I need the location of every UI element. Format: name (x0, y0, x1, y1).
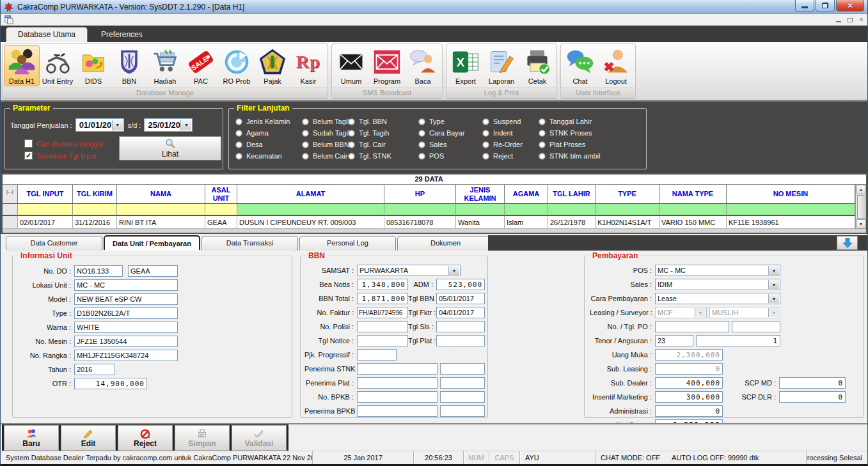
filter-radio-belum-cair[interactable]: Belum Cair (302, 152, 352, 160)
toolbar-item-unit-entry[interactable]: Unit Entry (40, 45, 75, 86)
filter-cell-type[interactable] (596, 204, 659, 216)
column-header-tgl-input[interactable]: TGL INPUT (18, 185, 73, 204)
penerima-plat-date-field[interactable] (440, 377, 485, 389)
filter-radio-sudah-tagih[interactable]: Sudah Tagih (302, 129, 352, 137)
column-header-no-mesin[interactable]: NO MESIN (727, 185, 855, 204)
table-row[interactable]: 02/01/2017 31/12/2016 RINI BT ITA GEAA D… (3, 216, 855, 229)
filter-cell-nama-type[interactable] (659, 204, 727, 216)
no-faktur-field[interactable]: FH/ABI/724596 (357, 307, 408, 318)
minimize-button[interactable] (795, 0, 814, 12)
filter-radio-tanggal-lahir[interactable]: Tanggal Lahir (539, 118, 600, 125)
reject-button[interactable]: Reject (118, 425, 173, 451)
cari-disemua-checkbox[interactable] (24, 139, 33, 148)
scp-md-field[interactable]: 0 (779, 377, 846, 389)
tab-data-customer[interactable]: Data Customer (6, 236, 102, 251)
filter-radio-suspend[interactable]: Suspend (482, 118, 523, 125)
column-header-nama-type[interactable]: NAMA TYPE (659, 185, 727, 204)
lokasi-unit-field[interactable]: MC - MC (74, 279, 178, 291)
filter-radio-stnk-proses[interactable]: STNK Proses (539, 129, 600, 137)
type-field[interactable]: D1B02N26L2A/T (74, 307, 178, 319)
mdi-close-button[interactable]: × (859, 16, 864, 24)
filter-cell-tgl-lahir[interactable] (548, 204, 596, 216)
filter-radio-re-order[interactable]: Re-Order (482, 141, 523, 148)
cara-pembayaran-combo[interactable]: Lease (655, 293, 780, 304)
penerima-bpkb-field[interactable] (357, 405, 438, 417)
mdi-minimize-button[interactable] (836, 21, 841, 22)
row-selector-cell[interactable] (3, 216, 18, 229)
baru-button[interactable]: Baru (4, 425, 59, 451)
no-mesin-field[interactable]: JFZ1E 1350544 (74, 336, 178, 347)
adm-field[interactable]: 523,000 (436, 279, 485, 290)
filter-radio-tgl-tagih[interactable]: Tgl. Tagih (348, 129, 391, 137)
termasuk-tgl-checkbox[interactable] (24, 151, 33, 160)
filter-cell-alamat[interactable] (237, 204, 384, 216)
administrasi-field[interactable]: 0 (655, 405, 723, 417)
toolbar-item-chat[interactable]: Chat (562, 45, 598, 86)
toolbar-item-pajak[interactable]: Pajak (255, 45, 290, 86)
validasi-button[interactable]: Validasi (232, 425, 287, 451)
pos-combo[interactable]: MC - MC (655, 265, 780, 276)
bbn-total-field[interactable]: 1,871,800 (357, 293, 408, 304)
toolbar-item-hadiah[interactable]: Hadiah (147, 45, 183, 86)
sales-combo[interactable]: IDIM (655, 279, 780, 290)
filter-radio-sales[interactable]: Sales (418, 141, 465, 148)
grid-vertical-scrollbar[interactable]: ▲ ▼ (855, 185, 866, 229)
column-header-agama[interactable]: AGAMA (505, 185, 548, 204)
toolbar-item-ro-prob[interactable]: RO Prob (219, 45, 255, 86)
tgl-po-field[interactable] (732, 321, 780, 332)
filter-cell-hp[interactable] (384, 204, 456, 216)
tgl-plat-field[interactable] (436, 335, 485, 346)
leasing-combo[interactable]: MCF (655, 307, 707, 318)
scroll-down-icon[interactable]: ▼ (856, 219, 866, 229)
lihat-button[interactable]: Lihat (119, 136, 221, 160)
filter-radio-jenis-kelamin[interactable]: Jenis Kelamin (235, 118, 290, 125)
penerima-bpkb-date-field[interactable] (440, 405, 485, 417)
toolbar-item-kasir[interactable]: Rp Kasir (290, 45, 326, 86)
no-rangka-field[interactable]: MH1JFZ115GK348724 (74, 350, 178, 361)
scp-dlr-field[interactable]: 0 (779, 391, 846, 403)
filter-cell-asal-unit[interactable] (205, 204, 237, 216)
toolbar-item-dids[interactable]: DIDS (75, 45, 111, 86)
no-do-field[interactable]: NO16.133 (74, 265, 123, 277)
penerima-stnk-date-field[interactable] (440, 363, 485, 375)
restore-button[interactable] (816, 0, 835, 12)
samsat-combo[interactable]: PURWAKARTA (357, 265, 461, 276)
toolbar-item-baca[interactable]: Baca (405, 45, 441, 86)
filter-radio-tgl-stnk[interactable]: Tgl. STNK (348, 152, 391, 160)
tahun-field[interactable]: 2016 (74, 364, 115, 375)
filter-cell-tgl-input[interactable] (18, 204, 73, 216)
toolbar-item-program[interactable]: Program (369, 45, 405, 86)
filter-radio-plat-proses[interactable]: Plat Proses (539, 141, 600, 148)
date-to-combo[interactable]: 25/01/2017 (144, 118, 193, 132)
filter-radio-belum-tagih[interactable]: Belum Tagih (302, 118, 352, 125)
tgl-bbn-field[interactable]: 05/01/2017 (436, 293, 485, 304)
tgl-fktr-field[interactable]: 04/01/2017 (436, 307, 485, 318)
no-polisi-field[interactable] (357, 321, 408, 332)
filter-radio-indent[interactable]: Indent (482, 129, 523, 137)
filter-cell-no-mesin[interactable] (727, 204, 855, 216)
filter-cell-tgl-kirim[interactable] (73, 204, 117, 216)
tab-dokumen[interactable]: Dokumen (397, 236, 494, 251)
simpan-button[interactable]: Simpan (175, 425, 230, 451)
filter-radio-tgl-bbn[interactable]: Tgl. BBN (348, 118, 391, 125)
filter-radio-kecamatan[interactable]: Kecamatan (235, 152, 290, 160)
no-po-field[interactable] (655, 321, 729, 332)
filter-radio-belum-bbn[interactable]: Belum BBN (302, 141, 352, 148)
tgl-sls-field[interactable] (436, 321, 485, 332)
toolbar-item-laporan[interactable]: Laporan (484, 45, 519, 86)
scroll-up-icon[interactable]: ▲ (856, 185, 866, 194)
filter-cell-nama[interactable] (117, 204, 205, 216)
filter-radio-tgl-cair[interactable]: Tgl. Cair (348, 141, 391, 148)
column-header-type[interactable]: TYPE (596, 185, 659, 204)
model-field[interactable]: NEW BEAT eSP CW (74, 293, 178, 305)
tab-data-transaksi[interactable]: Data Transaksi (201, 236, 298, 251)
penerima-plat-field[interactable] (357, 377, 438, 389)
column-header-hp[interactable]: HP (384, 185, 456, 204)
filter-radio-type[interactable]: Type (418, 118, 465, 125)
toolbar-item-pac[interactable]: SALE PAC (183, 45, 219, 86)
close-button[interactable]: × (836, 0, 864, 12)
toolbar-item-logout[interactable]: Logout (598, 45, 634, 86)
no-do-asal-field[interactable]: GEAA (128, 265, 178, 277)
filter-cell-agama[interactable] (505, 204, 548, 216)
toolbar-item-cetak[interactable]: Cetak (519, 45, 555, 86)
